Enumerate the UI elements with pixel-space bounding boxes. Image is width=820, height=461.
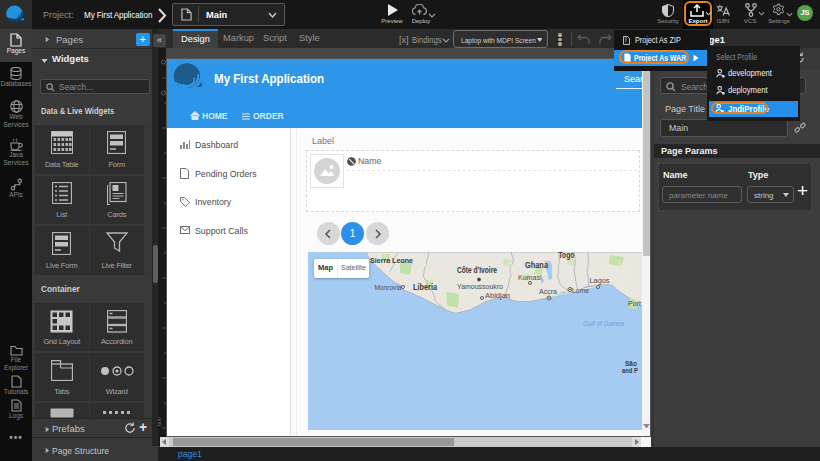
svg-text:600: 600 — [158, 416, 162, 425]
svg-text:Monrovia: Monrovia — [375, 283, 403, 292]
svg-text:Ghana: Ghana — [525, 260, 548, 270]
svg-text:Lagos: Lagos — [590, 276, 610, 285]
svg-text:Sierra Leone: Sierra Leone — [370, 256, 413, 265]
svg-text:Accra: Accra — [539, 287, 558, 296]
svg-text:Lome: Lome — [572, 286, 589, 295]
svg-text:and P: and P — [622, 367, 639, 374]
svg-text:Togo: Togo — [559, 252, 575, 260]
svg-text:Côte d'Ivoire: Côte d'Ivoire — [457, 265, 497, 275]
svg-text:Port: Port — [628, 299, 642, 308]
svg-text:São: São — [625, 360, 637, 367]
svg-text:Kumasi: Kumasi — [518, 273, 542, 282]
svg-text:Liberia: Liberia — [413, 282, 437, 292]
svg-text:Abidjan: Abidjan — [485, 291, 510, 300]
svg-text:Gulf of Guinea: Gulf of Guinea — [583, 319, 624, 328]
